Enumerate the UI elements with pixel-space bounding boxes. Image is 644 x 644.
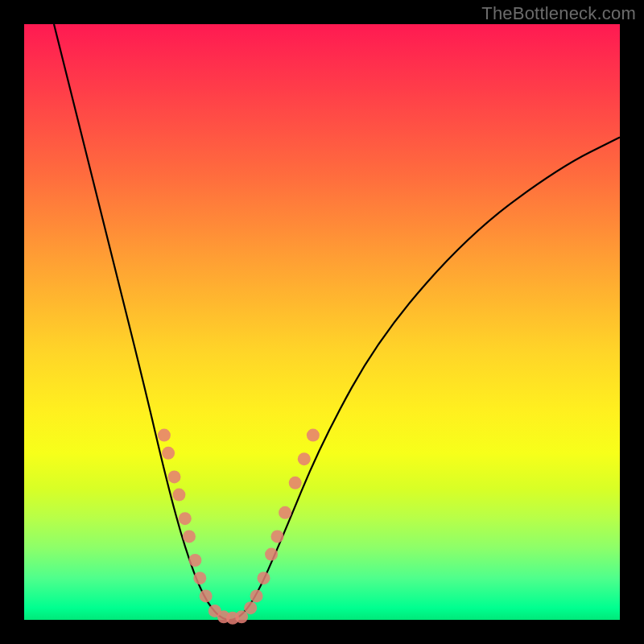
data-point-marker <box>158 429 171 442</box>
data-point-marker <box>258 572 270 584</box>
data-point-marker <box>168 470 181 483</box>
data-point-marker <box>188 554 201 567</box>
data-point-marker <box>193 572 206 584</box>
data-point-marker <box>298 452 311 465</box>
data-point-marker <box>271 530 284 543</box>
data-point-marker <box>250 589 263 602</box>
watermark-text: TheBottleneck.com <box>481 3 636 24</box>
data-point-marker <box>179 512 192 525</box>
data-point-marker <box>183 530 196 543</box>
data-point-marker <box>162 447 175 460</box>
data-point-marker <box>265 548 278 561</box>
data-point-marker <box>244 601 257 614</box>
chart-frame: TheBottleneck.com <box>0 0 644 644</box>
data-point-marker <box>172 489 185 502</box>
plot-area <box>24 24 620 620</box>
data-point-marker <box>279 506 291 519</box>
marker-group <box>158 429 320 625</box>
data-point-marker <box>307 429 320 442</box>
bottleneck-curve <box>54 24 620 620</box>
data-point-marker <box>200 589 213 602</box>
chart-svg <box>24 24 620 620</box>
data-point-marker <box>289 477 302 489</box>
